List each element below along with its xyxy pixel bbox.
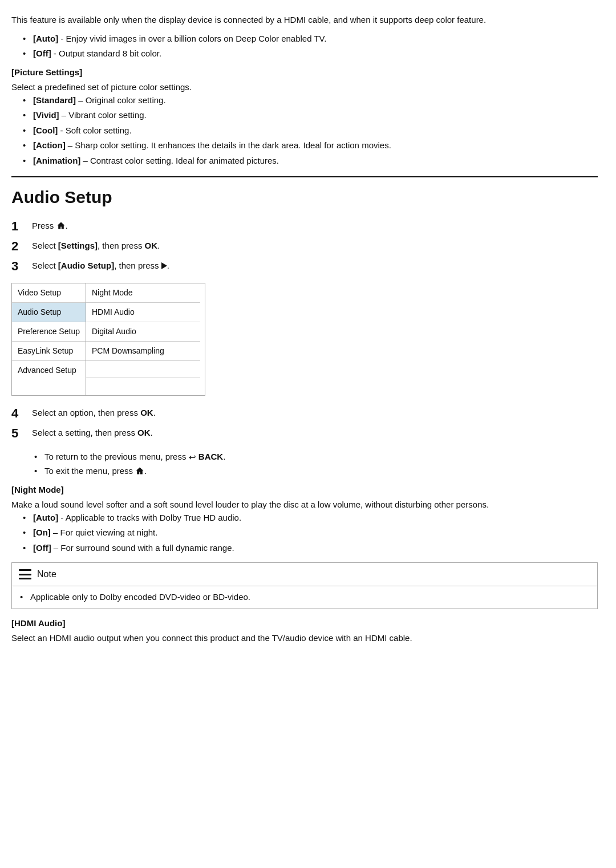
step-4-num: 4 (11, 405, 32, 423)
step-3: 3 Select [Audio Setup], then press . (11, 258, 598, 275)
step-1: 1 Press . (11, 218, 598, 236)
note-box: Note Applicable only to Dolby encoded DV… (11, 562, 598, 609)
menu-right-hdmi-audio: HDMI Audio (86, 303, 200, 322)
nm-bullet-off: [Off] – For surround sound with a full d… (23, 542, 598, 555)
intro-bullet-off: [Off] - Output standard 8 bit color. (23, 47, 598, 60)
menu-left-audio-setup: Audio Setup (12, 303, 86, 322)
ps-bullet-cool: [Cool] - Soft color setting. (23, 124, 598, 137)
picture-settings-description: Select a predefined set of picture color… (11, 81, 598, 94)
steps-list: 1 Press . 2 Select [Settings], then pres… (11, 218, 598, 275)
step-5-num: 5 (11, 425, 32, 443)
menu-right-column: Night Mode HDMI Audio Digital Audio PCM … (86, 283, 200, 395)
step-5-text: Select a setting, then press OK. (32, 425, 153, 440)
menu-left-video-setup: Video Setup (12, 283, 86, 303)
menu-right-pcm-downsampling: PCM Downsampling (86, 342, 200, 361)
home-icon-2 (135, 467, 144, 476)
night-mode-bullet-list: [Auto] - Applicable to tracks with Dolby… (23, 512, 598, 555)
arrow-right-icon (161, 262, 167, 269)
step-4-text: Select an option, then press OK. (32, 405, 156, 420)
menu-table: Video Setup Audio Setup Preference Setup… (11, 283, 205, 396)
steps-after-list: 4 Select an option, then press OK. 5 Sel… (11, 405, 598, 443)
menu-left-advanced-setup: Advanced Setup (12, 361, 86, 380)
home-icon (56, 221, 66, 230)
note-header: Note (12, 563, 597, 586)
ps-bullet-action: [Action] – Sharp color setting. It enhan… (23, 139, 598, 152)
note-label: Note (37, 567, 56, 581)
night-mode-description: Make a loud sound level softer and a sof… (11, 498, 598, 512)
note-content: Applicable only to Dolby encoded DVD-vid… (12, 586, 597, 609)
night-mode-heading: [Night Mode] (11, 484, 598, 497)
step-2-num: 2 (11, 238, 32, 255)
ps-bullet-vivid: [Vivid] – Vibrant color setting. (23, 109, 598, 122)
ps-bullet-standard: [Standard] – Original color setting. (23, 94, 598, 107)
intro-bullet-auto: [Auto] - Enjoy vivid images in over a bi… (23, 33, 598, 46)
menu-left-preference-setup: Preference Setup (12, 322, 86, 342)
sub-bullet-home: To exit the menu, press . (34, 465, 598, 478)
step-1-text: Press . (32, 218, 68, 233)
menu-right-empty-2 (86, 378, 200, 395)
step-3-num: 3 (11, 258, 32, 275)
audio-setup-title: Audio Setup (11, 184, 598, 210)
menu-left-column: Video Setup Audio Setup Preference Setup… (12, 283, 86, 395)
menu-right-digital-audio: Digital Audio (86, 322, 200, 342)
menu-right-night-mode: Night Mode (86, 283, 200, 303)
step-5: 5 Select a setting, then press OK. (11, 425, 598, 443)
picture-settings-heading: [Picture Settings] (11, 66, 598, 79)
step-4: 4 Select an option, then press OK. (11, 405, 598, 423)
sub-bullet-list: To return to the previous menu, press ↩ … (34, 451, 598, 478)
sub-bullet-back: To return to the previous menu, press ↩ … (34, 451, 598, 464)
picture-settings-bullet-list: [Standard] – Original color setting. [Vi… (23, 94, 598, 168)
step-2: 2 Select [Settings], then press OK. (11, 238, 598, 255)
back-icon: ↩ (189, 452, 196, 462)
note-lines-icon (19, 569, 31, 579)
intro-text: This feature is available only when the … (11, 14, 598, 27)
menu-right-empty-1 (86, 361, 200, 378)
nm-bullet-auto: [Auto] - Applicable to tracks with Dolby… (23, 512, 598, 525)
step-2-text: Select [Settings], then press OK. (32, 238, 160, 253)
section-divider (11, 176, 598, 177)
note-bullet-1: Applicable only to Dolby encoded DVD-vid… (20, 591, 589, 604)
nm-bullet-on: [On] – For quiet viewing at night. (23, 526, 598, 540)
intro-bullet-list: [Auto] - Enjoy vivid images in over a bi… (23, 33, 598, 60)
ps-bullet-animation: [Animation] – Contrast color setting. Id… (23, 155, 598, 168)
step-3-text: Select [Audio Setup], then press . (32, 258, 169, 273)
menu-left-easylink-setup: EasyLink Setup (12, 342, 86, 361)
step-1-num: 1 (11, 218, 32, 236)
hdmi-audio-description: Select an HDMI audio output when you con… (11, 632, 598, 645)
hdmi-audio-heading: [HDMI Audio] (11, 617, 598, 630)
